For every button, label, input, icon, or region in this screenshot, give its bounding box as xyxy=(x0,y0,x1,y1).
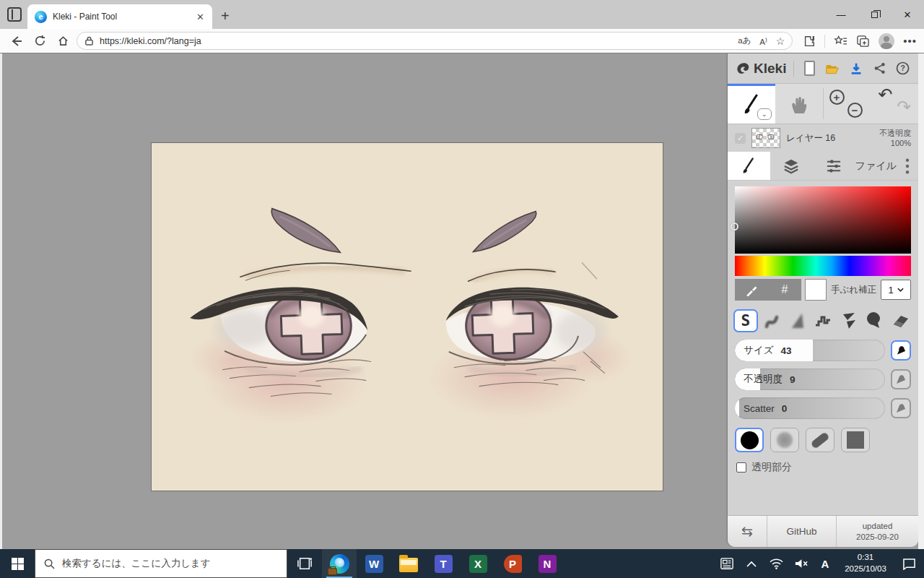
page-scrollbar[interactable] xyxy=(918,53,924,549)
tab-layers[interactable] xyxy=(770,152,813,180)
window-close-button[interactable]: ✕ xyxy=(891,0,924,29)
window-restore-button[interactable] xyxy=(858,0,891,29)
svg-text:?: ? xyxy=(900,64,905,72)
open-file-icon[interactable] xyxy=(825,62,840,75)
drawing-canvas[interactable] xyxy=(151,142,663,491)
back-icon[interactable] xyxy=(7,32,26,51)
tip-noise-button[interactable] xyxy=(770,428,799,452)
tab-settings[interactable] xyxy=(812,152,855,180)
current-color-swatch[interactable] xyxy=(805,279,827,301)
help-icon[interactable]: ? xyxy=(896,61,910,76)
tab-more[interactable] xyxy=(897,152,918,180)
stabilizer-select[interactable]: 1 xyxy=(881,280,911,300)
tip-line-button[interactable] xyxy=(806,428,834,452)
tab-brush[interactable] xyxy=(728,152,770,180)
pen-pressure-icon xyxy=(895,345,907,356)
share-icon[interactable] xyxy=(873,61,886,75)
edge-icon xyxy=(330,554,349,574)
browser-tab[interactable]: e Kleki - Paint Tool ✕ xyxy=(27,4,212,29)
taskbar-word-button[interactable]: W xyxy=(357,549,391,578)
excel-icon: X xyxy=(469,555,487,573)
address-bar[interactable]: https://kleki.com/?lang=ja aあ A) ☆ xyxy=(77,32,793,50)
swap-ui-icon[interactable]: ⇆ xyxy=(728,516,767,547)
opacity-label: 不透明度 xyxy=(744,373,783,386)
hue-slider[interactable] xyxy=(735,256,911,276)
layer-visibility-checkbox[interactable]: ✓ xyxy=(735,133,746,144)
brush-chalk[interactable] xyxy=(785,309,809,332)
color-cursor[interactable] xyxy=(731,223,738,230)
kleki-app-name: Kleki xyxy=(754,61,786,77)
tab-file[interactable]: ファイル xyxy=(855,152,897,180)
task-view-button[interactable] xyxy=(287,549,322,578)
opacity-slider[interactable]: 不透明度9 xyxy=(735,368,885,390)
taskbar-powerpoint-button[interactable]: P xyxy=(495,549,530,578)
start-button[interactable] xyxy=(0,549,35,578)
saturation-value-field[interactable] xyxy=(735,186,911,254)
size-pressure-toggle[interactable] xyxy=(891,340,911,361)
settings-menu-icon[interactable]: ••• xyxy=(903,35,917,47)
tab-actions-menu-icon[interactable] xyxy=(7,7,22,22)
tip-circle-button[interactable] xyxy=(735,428,764,452)
volume-muted-icon[interactable] xyxy=(788,549,813,578)
github-link[interactable]: GitHub xyxy=(767,516,836,547)
new-tab-button[interactable]: + xyxy=(221,9,230,23)
zoom-in-icon[interactable]: + xyxy=(829,90,845,105)
favorite-star-icon[interactable]: ☆ xyxy=(776,35,785,47)
briefcase-badge-icon xyxy=(328,568,337,575)
hand-tool-button[interactable] xyxy=(775,84,823,124)
brush-tip-row xyxy=(728,426,918,452)
brush-pixel[interactable] xyxy=(811,309,835,332)
brush-dropdown-chevron[interactable]: ⌄ xyxy=(757,108,772,120)
scatter-slider[interactable]: Scatter0 xyxy=(735,397,885,419)
scatter-pressure-toggle[interactable] xyxy=(891,398,911,418)
size-value: 43 xyxy=(780,345,791,356)
window-minimize-button[interactable]: — xyxy=(824,0,858,29)
tip-square-button[interactable] xyxy=(841,428,870,452)
redo-icon[interactable]: ↷ xyxy=(897,100,911,114)
brush-sketchy[interactable] xyxy=(837,309,861,332)
size-slider[interactable]: サイズ43 xyxy=(735,340,885,361)
widgets-tray-icon[interactable] xyxy=(715,549,739,578)
taskbar-onenote-button[interactable]: N xyxy=(530,549,565,578)
zoom-out-icon[interactable]: − xyxy=(847,103,863,118)
tab-close-icon[interactable]: ✕ xyxy=(194,12,206,22)
tray-chevron-icon[interactable] xyxy=(739,549,764,578)
wifi-icon[interactable] xyxy=(764,549,788,578)
layer-opacity-value: 100% xyxy=(879,138,911,148)
hex-input-button[interactable]: # xyxy=(768,279,801,301)
taskbar-excel-button[interactable]: X xyxy=(461,549,495,578)
taskbar-search[interactable]: 検索するには、ここに入力します xyxy=(35,549,287,578)
home-icon[interactable] xyxy=(53,32,72,51)
browser-window: e Kleki - Paint Tool ✕ + — ✕ https://kle… xyxy=(0,0,924,578)
kebab-menu-icon xyxy=(905,158,910,174)
brush-eraser[interactable] xyxy=(888,309,912,332)
lock-alpha-checkbox[interactable] xyxy=(736,462,746,473)
ime-indicator[interactable]: A xyxy=(813,549,837,578)
new-image-button[interactable] xyxy=(804,61,815,76)
undo-icon[interactable]: ↶ xyxy=(878,87,892,102)
history-tools: ↶ ↷ xyxy=(871,84,918,124)
action-center-button[interactable] xyxy=(894,549,924,578)
eyedropper-button[interactable] xyxy=(735,279,768,301)
profile-avatar[interactable] xyxy=(879,33,894,49)
opacity-pressure-toggle[interactable] xyxy=(891,369,911,389)
pen-pressure-icon xyxy=(895,402,907,414)
brush-tool-button[interactable]: ⌄ xyxy=(728,84,775,124)
brush-pen[interactable]: S xyxy=(733,309,758,332)
translate-icon[interactable]: aあ xyxy=(738,35,751,46)
refresh-icon[interactable] xyxy=(30,32,49,51)
taskbar-clock[interactable]: 0:31 2025/10/03 xyxy=(837,549,894,578)
favorites-icon[interactable] xyxy=(834,35,847,48)
brush-smudge[interactable] xyxy=(863,309,887,332)
layer-thumbnail[interactable] xyxy=(751,128,780,148)
brush-soft[interactable] xyxy=(759,309,784,332)
extensions-icon[interactable] xyxy=(803,35,816,48)
read-aloud-icon[interactable]: A) xyxy=(759,36,767,46)
scatter-value: 0 xyxy=(782,403,788,414)
layer-name[interactable]: レイヤー 16 xyxy=(786,132,873,144)
taskbar-teams-button[interactable]: T xyxy=(426,549,461,578)
taskbar-edge-button[interactable] xyxy=(322,549,357,578)
collections-icon[interactable] xyxy=(856,35,870,48)
taskbar-explorer-button[interactable] xyxy=(391,549,426,578)
save-download-icon[interactable] xyxy=(850,61,863,76)
